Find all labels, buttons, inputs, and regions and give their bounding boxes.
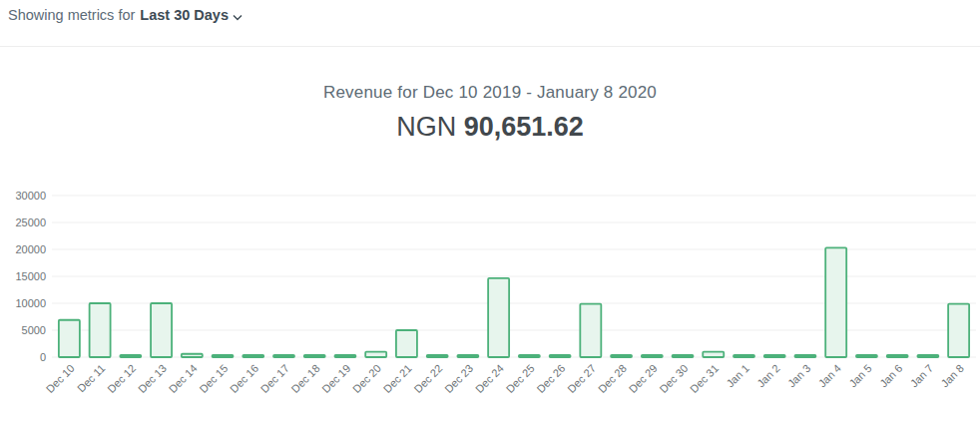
x-axis-tick-label: Dec 21	[381, 362, 414, 395]
x-axis-tick-label: Dec 19	[319, 362, 352, 395]
revenue-summary: Revenue for Dec 10 2019 - January 8 2020…	[0, 83, 980, 143]
x-axis-tick-label: Dec 10	[44, 362, 77, 395]
bar-jan-8[interactable]	[948, 304, 969, 357]
bar-jan-1[interactable]	[734, 355, 754, 357]
x-axis-tick-label: Jan 8	[939, 362, 967, 390]
revenue-bar-chart: 050001000015000200002500030000Dec 10Dec …	[0, 186, 980, 425]
y-axis-tick-label: 20000	[15, 243, 46, 255]
x-axis-tick-label: Jan 5	[846, 362, 874, 390]
x-axis-tick-label: Jan 6	[877, 362, 905, 390]
y-axis-tick-label: 0	[40, 351, 46, 363]
x-axis-tick-label: Dec 28	[596, 362, 629, 395]
bar-dec-22[interactable]	[427, 355, 448, 357]
bar-dec-23[interactable]	[457, 355, 478, 357]
bar-dec-26[interactable]	[550, 355, 571, 357]
y-axis-tick-label: 5000	[22, 324, 46, 336]
x-axis-tick-label: Dec 30	[657, 362, 690, 395]
revenue-total: NGN 90,651.62	[0, 112, 980, 143]
metrics-prefix-label: Showing metrics for	[8, 6, 135, 24]
bar-jan-7[interactable]	[917, 355, 938, 357]
x-axis-tick-label: Dec 20	[350, 362, 383, 395]
bar-dec-10[interactable]	[59, 320, 80, 357]
bar-dec-18[interactable]	[304, 355, 325, 357]
bar-dec-14[interactable]	[182, 354, 203, 357]
bar-dec-30[interactable]	[673, 355, 694, 357]
x-axis-tick-label: Jan 1	[724, 362, 751, 390]
bar-dec-27[interactable]	[580, 304, 601, 357]
x-axis-tick-label: Dec 31	[688, 362, 721, 395]
metrics-topbar: Showing metrics for Last 30 Days	[0, 0, 980, 47]
bar-jan-2[interactable]	[764, 355, 785, 357]
x-axis-tick-label: Jan 7	[908, 362, 936, 390]
x-axis-tick-label: Dec 12	[105, 362, 138, 395]
x-axis-tick-label: Dec 25	[504, 362, 537, 395]
bar-dec-16[interactable]	[243, 355, 263, 357]
date-range-selector[interactable]: Last 30 Days	[140, 5, 243, 25]
bar-dec-28[interactable]	[611, 355, 632, 357]
x-axis-tick-label: Jan 2	[754, 362, 782, 390]
revenue-period-title: Revenue for Dec 10 2019 - January 8 2020	[0, 83, 980, 103]
x-axis-tick-label: Dec 16	[228, 362, 260, 395]
x-axis-tick-label: Dec 24	[473, 362, 506, 395]
y-axis-tick-label: 30000	[15, 190, 46, 202]
bar-jan-3[interactable]	[794, 355, 815, 357]
revenue-amount: 90,651.62	[464, 112, 584, 142]
y-axis-tick-label: 25000	[15, 216, 46, 228]
currency-code: NGN	[396, 112, 456, 142]
x-axis-tick-label: Dec 13	[136, 362, 169, 395]
bar-dec-29[interactable]	[642, 355, 663, 357]
x-axis-tick-label: Dec 23	[442, 362, 475, 395]
x-axis-tick-label: Dec 22	[411, 362, 444, 395]
bar-dec-21[interactable]	[396, 330, 417, 357]
bar-dec-17[interactable]	[273, 355, 294, 357]
bar-dec-11[interactable]	[90, 303, 111, 357]
bar-dec-24[interactable]	[488, 278, 509, 357]
date-range-label: Last 30 Days	[140, 6, 229, 24]
chevron-down-icon	[233, 7, 243, 25]
y-axis-tick-label: 15000	[15, 270, 46, 282]
revenue-chart-container: 050001000015000200002500030000Dec 10Dec …	[0, 186, 980, 425]
x-axis-tick-label: Dec 29	[627, 362, 660, 395]
bar-dec-31[interactable]	[703, 352, 724, 357]
x-axis-tick-label: Dec 27	[565, 362, 598, 395]
x-axis-tick-label: Jan 4	[816, 362, 844, 390]
x-axis-tick-label: Dec 17	[258, 362, 291, 395]
x-axis-tick-label: Dec 11	[75, 362, 108, 395]
x-axis-tick-label: Dec 18	[289, 362, 322, 395]
bar-dec-13[interactable]	[151, 303, 172, 357]
bar-dec-19[interactable]	[334, 355, 355, 357]
y-axis-tick-label: 10000	[15, 297, 46, 309]
x-axis-tick-label: Dec 14	[167, 362, 200, 395]
bar-jan-6[interactable]	[887, 355, 908, 357]
bar-dec-25[interactable]	[519, 355, 540, 357]
bar-jan-4[interactable]	[825, 247, 846, 357]
bar-dec-15[interactable]	[213, 355, 234, 357]
bar-jan-5[interactable]	[856, 355, 877, 357]
bar-dec-20[interactable]	[365, 352, 386, 357]
x-axis-tick-label: Dec 26	[534, 362, 567, 395]
x-axis-tick-label: Jan 3	[785, 362, 813, 390]
bar-dec-12[interactable]	[120, 355, 141, 357]
x-axis-tick-label: Dec 15	[197, 362, 230, 395]
